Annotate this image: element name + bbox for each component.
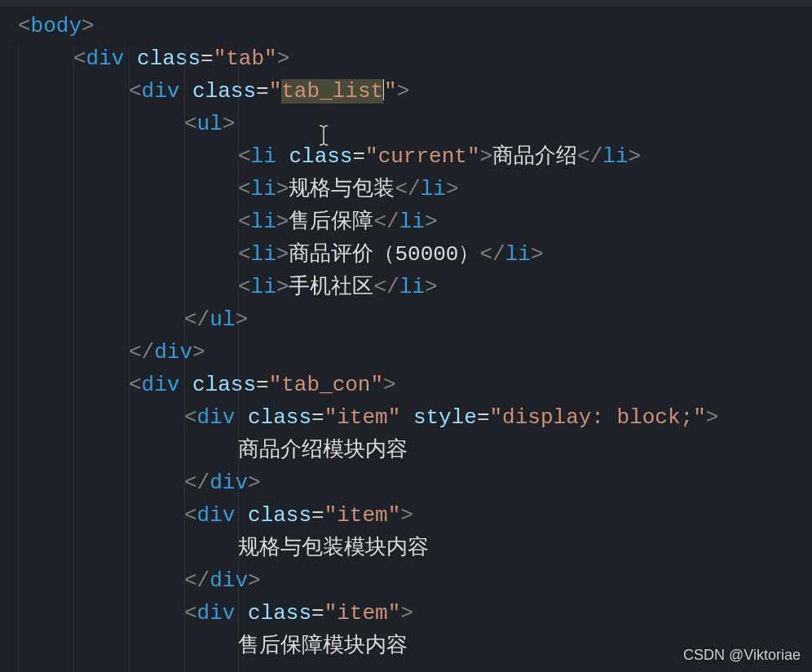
title-bar bbox=[0, 0, 812, 7]
code-line[interactable]: </div> bbox=[3, 336, 812, 369]
code-editor[interactable]: <body><div class="tab"><div class="tab_l… bbox=[0, 0, 812, 662]
code-line[interactable]: <ul> bbox=[3, 108, 812, 140]
code-line[interactable]: </ul> bbox=[3, 303, 812, 336]
code-line[interactable]: 商品介绍模块内容 bbox=[3, 434, 812, 466]
code-line[interactable]: </div> bbox=[3, 466, 812, 499]
code-line[interactable]: <li>规格与包装</li> bbox=[3, 173, 812, 206]
indent-guide bbox=[73, 45, 74, 672]
code-line[interactable]: <div class="tab"> bbox=[3, 42, 812, 75]
code-line[interactable]: 规格与包装模块内容 bbox=[3, 532, 812, 564]
indent-guide bbox=[184, 45, 185, 672]
watermark: CSDN @Viktoriae bbox=[683, 647, 801, 664]
code-line[interactable]: <div class="item" style="display: block;… bbox=[3, 401, 812, 434]
code-line[interactable]: <li>手机社区</li> bbox=[3, 271, 812, 303]
code-line[interactable]: <li class="current">商品介绍</li> bbox=[3, 140, 812, 173]
code-line[interactable]: <div class="tab_con"> bbox=[3, 369, 812, 401]
code-line[interactable]: <body> bbox=[3, 10, 812, 42]
code-line[interactable]: <li>售后保障</li> bbox=[3, 206, 812, 238]
indent-guide bbox=[238, 45, 239, 672]
indent-guide bbox=[18, 42, 19, 672]
code-line[interactable]: <div class="item"> bbox=[3, 499, 812, 532]
code-line[interactable]: </div> bbox=[3, 564, 812, 597]
code-line[interactable]: <li>商品评价（50000）</li> bbox=[3, 238, 812, 271]
code-line[interactable]: <div class="item"> bbox=[3, 597, 812, 630]
text-cursor-icon bbox=[318, 124, 329, 153]
indent-guide bbox=[129, 45, 130, 672]
code-line[interactable]: <div class="tab_list"> bbox=[3, 75, 812, 108]
